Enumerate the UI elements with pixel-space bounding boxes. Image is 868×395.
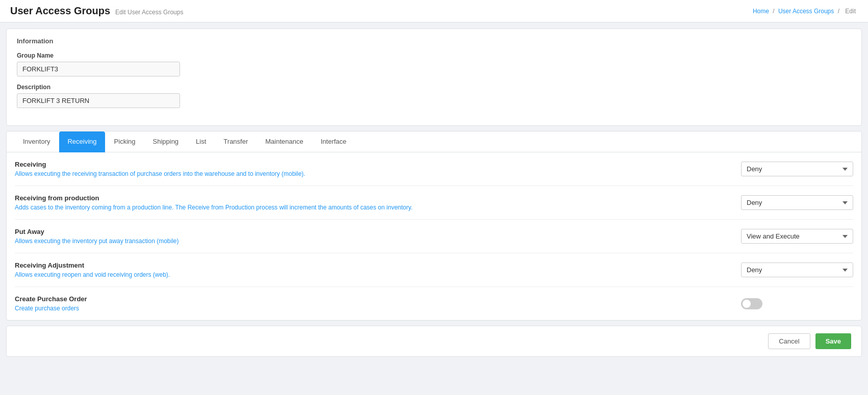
description-input[interactable]: [17, 93, 180, 108]
permission-control-create-purchase-order: [741, 298, 853, 309]
permission-info-put-away: Put AwayAllows executing the inventory p…: [15, 228, 741, 245]
toggle-wrapper-create-purchase-order: [741, 298, 853, 309]
tabs-section: InventoryReceivingPickingShippingListTra…: [6, 131, 862, 321]
permission-row-receiving: ReceivingAllows executing the receiving …: [15, 152, 853, 186]
breadcrumb-section[interactable]: User Access Groups: [778, 8, 834, 15]
permission-info-create-purchase-order: Create Purchase OrderCreate purchase ord…: [15, 295, 741, 312]
permission-info-receiving-from-production: Receiving from productionAdds cases to t…: [15, 194, 741, 211]
permission-row-receiving-from-production: Receiving from productionAdds cases to t…: [15, 186, 853, 220]
permission-desc-receiving: Allows executing the receiving transacti…: [15, 170, 731, 177]
page-title: User Access Groups: [10, 5, 110, 17]
permission-row-put-away: Put AwayAllows executing the inventory p…: [15, 220, 853, 253]
group-name-label: Group Name: [17, 52, 851, 59]
permissions-body: ReceivingAllows executing the receiving …: [7, 152, 861, 320]
permission-desc-receiving-from-production: Adds cases to the inventory coming from …: [15, 204, 731, 211]
permission-control-receiving-from-production: DenyViewView and Execute: [741, 195, 853, 210]
tab-interface[interactable]: Interface: [313, 131, 355, 152]
tab-receiving[interactable]: Receiving: [59, 131, 105, 152]
permission-desc-create-purchase-order: Create purchase orders: [15, 305, 731, 312]
page-subtitle: Edit User Access Groups: [115, 9, 183, 16]
permission-info-receiving: ReceivingAllows executing the receiving …: [15, 161, 741, 177]
breadcrumb-sep1: /: [773, 8, 776, 15]
permission-select-put-away[interactable]: DenyViewView and Execute: [741, 229, 853, 244]
permission-row-create-purchase-order: Create Purchase OrderCreate purchase ord…: [15, 287, 853, 320]
breadcrumb-sep2: /: [838, 8, 841, 15]
description-label: Description: [17, 84, 851, 91]
tabs-bar: InventoryReceivingPickingShippingListTra…: [7, 131, 861, 152]
tab-list[interactable]: List: [188, 131, 214, 152]
tab-picking[interactable]: Picking: [106, 131, 144, 152]
group-name-input[interactable]: [17, 62, 180, 76]
cancel-button[interactable]: Cancel: [768, 333, 810, 349]
permission-select-receiving-from-production[interactable]: DenyViewView and Execute: [741, 195, 853, 210]
permission-name-receiving-from-production: Receiving from production: [15, 194, 731, 202]
group-name-group: Group Name: [17, 52, 851, 76]
footer-actions: Cancel Save: [6, 326, 862, 357]
description-group: Description: [17, 84, 851, 108]
permission-control-receiving-adjustment: DenyViewView and Execute: [741, 262, 853, 277]
toggle-slider-create-purchase-order: [741, 298, 762, 309]
permission-select-receiving-adjustment[interactable]: DenyViewView and Execute: [741, 262, 853, 277]
breadcrumb-current: Edit: [845, 8, 856, 15]
permission-control-put-away: DenyViewView and Execute: [741, 229, 853, 244]
permission-row-receiving-adjustment: Receiving AdjustmentAllows executing reo…: [15, 253, 853, 287]
permission-info-receiving-adjustment: Receiving AdjustmentAllows executing reo…: [15, 261, 741, 278]
tab-inventory[interactable]: Inventory: [15, 131, 58, 152]
tab-transfer[interactable]: Transfer: [215, 131, 256, 152]
page-header: User Access Groups Edit User Access Grou…: [0, 0, 868, 22]
permission-name-put-away: Put Away: [15, 228, 731, 235]
section-label: Information: [17, 37, 851, 45]
permission-name-receiving-adjustment: Receiving Adjustment: [15, 261, 731, 269]
permission-desc-put-away: Allows executing the inventory put away …: [15, 238, 731, 245]
permission-name-create-purchase-order: Create Purchase Order: [15, 295, 731, 303]
permission-name-receiving: Receiving: [15, 161, 731, 168]
tab-shipping[interactable]: Shipping: [145, 131, 187, 152]
permission-select-receiving[interactable]: DenyViewView and Execute: [741, 162, 853, 176]
toggle-create-purchase-order[interactable]: [741, 298, 762, 309]
information-section: Information Group Name Description: [6, 29, 862, 126]
save-button[interactable]: Save: [815, 333, 851, 349]
tab-maintenance[interactable]: Maintenance: [257, 131, 311, 152]
breadcrumb: Home / User Access Groups / Edit: [753, 8, 858, 15]
breadcrumb-home[interactable]: Home: [753, 8, 769, 15]
header-left: User Access Groups Edit User Access Grou…: [10, 5, 183, 17]
permission-control-receiving: DenyViewView and Execute: [741, 162, 853, 176]
permission-desc-receiving-adjustment: Allows executing reopen and void receivi…: [15, 271, 731, 278]
